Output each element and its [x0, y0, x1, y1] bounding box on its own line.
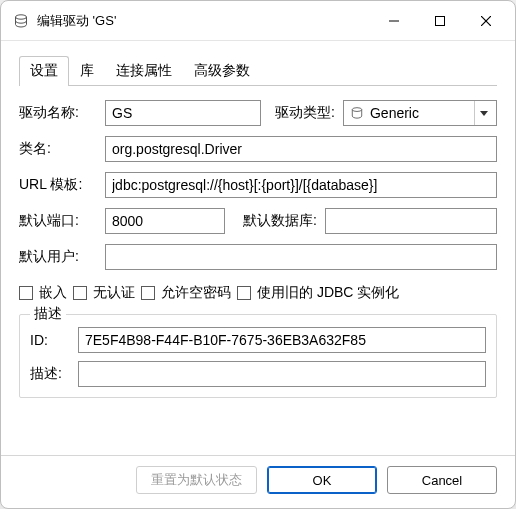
class-name-input[interactable] — [105, 136, 497, 162]
svg-point-5 — [352, 108, 361, 112]
empty-pw-label: 允许空密码 — [161, 284, 231, 302]
svg-point-0 — [16, 14, 27, 18]
group-legend: 描述 — [30, 305, 66, 323]
window-title: 编辑驱动 'GS' — [37, 12, 371, 30]
reset-button[interactable]: 重置为默认状态 — [136, 466, 257, 494]
default-user-input[interactable] — [105, 244, 497, 270]
tab-libraries[interactable]: 库 — [69, 56, 105, 86]
dialog-content: 设置 库 连接属性 高级参数 驱动名称: 驱动类型: Generic — [1, 41, 515, 455]
id-label: ID: — [30, 332, 70, 348]
label-class-name: 类名: — [19, 140, 97, 158]
default-port-input[interactable] — [105, 208, 225, 234]
label-default-user: 默认用户: — [19, 248, 97, 266]
embed-checkbox[interactable] — [19, 286, 33, 300]
description-group: 描述 ID: 描述: — [19, 314, 497, 398]
maximize-button[interactable] — [417, 5, 463, 37]
cancel-button[interactable]: Cancel — [387, 466, 497, 494]
label-driver-type: 驱动类型: — [275, 104, 335, 122]
database-icon — [350, 106, 364, 120]
dialog-window: 编辑驱动 'GS' 设置 库 连接属性 高级参数 驱动名称: 驱动类型: — [0, 0, 516, 509]
label-url-template: URL 模板: — [19, 176, 97, 194]
label-driver-name: 驱动名称: — [19, 104, 97, 122]
noauth-checkbox[interactable] — [73, 286, 87, 300]
ok-button[interactable]: OK — [267, 466, 377, 494]
embed-label: 嵌入 — [39, 284, 67, 302]
tab-bar: 设置 库 连接属性 高级参数 — [19, 55, 497, 86]
empty-pw-checkbox[interactable] — [141, 286, 155, 300]
label-default-port: 默认端口: — [19, 212, 97, 230]
titlebar: 编辑驱动 'GS' — [1, 1, 515, 41]
noauth-label: 无认证 — [93, 284, 135, 302]
tab-advanced[interactable]: 高级参数 — [183, 56, 261, 86]
legacy-jdbc-checkbox[interactable] — [237, 286, 251, 300]
driver-name-input[interactable] — [105, 100, 261, 126]
url-template-input[interactable] — [105, 172, 497, 198]
tab-conn-props[interactable]: 连接属性 — [105, 56, 183, 86]
svg-marker-6 — [480, 111, 488, 116]
label-default-db: 默认数据库: — [243, 212, 317, 230]
minimize-button[interactable] — [371, 5, 417, 37]
id-input[interactable] — [78, 327, 486, 353]
close-button[interactable] — [463, 5, 509, 37]
svg-rect-2 — [436, 16, 445, 25]
default-db-input[interactable] — [325, 208, 497, 234]
desc-input[interactable] — [78, 361, 486, 387]
driver-type-select[interactable]: Generic — [343, 100, 497, 126]
tab-settings[interactable]: 设置 — [19, 56, 69, 86]
chevron-down-icon — [474, 101, 492, 125]
desc-label: 描述: — [30, 365, 70, 383]
dialog-footer: 重置为默认状态 OK Cancel — [1, 455, 515, 508]
database-icon — [13, 13, 29, 29]
legacy-jdbc-label: 使用旧的 JDBC 实例化 — [257, 284, 399, 302]
driver-type-value: Generic — [370, 105, 468, 121]
